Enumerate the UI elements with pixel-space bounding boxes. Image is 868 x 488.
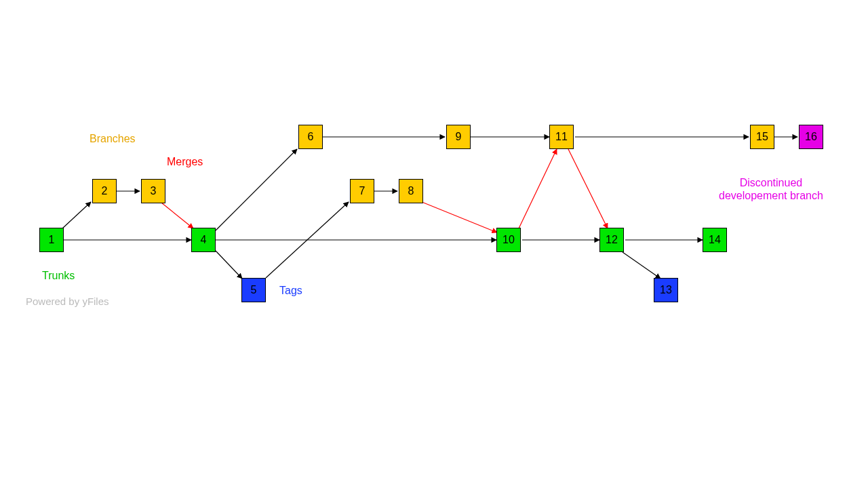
edges-layer	[0, 0, 868, 488]
edge-3-4	[161, 203, 193, 228]
label-branches: Branches	[90, 133, 136, 145]
edge-5-7	[266, 202, 349, 278]
edge-4-5	[216, 251, 242, 279]
node-2: 2	[92, 179, 117, 203]
edge-4-6	[216, 149, 297, 230]
node-11: 11	[549, 125, 574, 149]
node-5: 5	[241, 278, 266, 302]
edge-8-10	[422, 202, 497, 232]
label-discontinued: Discontinued developement branch	[719, 176, 823, 202]
node-1: 1	[39, 228, 64, 252]
node-9: 9	[446, 125, 471, 149]
node-7: 7	[350, 179, 374, 203]
node-4: 4	[191, 228, 216, 252]
node-3: 3	[141, 179, 165, 203]
label-discontinued-line1: Discontinued	[740, 177, 803, 188]
edge-1-2	[62, 202, 91, 228]
label-trunks: Trunks	[42, 270, 75, 282]
label-discontinued-line2: developement branch	[719, 190, 823, 201]
node-14: 14	[703, 228, 727, 252]
node-13: 13	[654, 278, 678, 302]
edge-11-12	[568, 149, 608, 228]
label-tags: Tags	[279, 285, 302, 297]
node-10: 10	[496, 228, 521, 252]
node-16: 16	[799, 125, 823, 149]
label-merges: Merges	[167, 156, 203, 168]
edge-10-11	[519, 149, 557, 228]
edge-12-13	[623, 252, 660, 279]
label-powered-by: Powered by yFiles	[26, 296, 109, 307]
node-15: 15	[750, 125, 774, 149]
node-6: 6	[298, 125, 323, 149]
node-12: 12	[599, 228, 624, 252]
node-8: 8	[399, 179, 423, 203]
